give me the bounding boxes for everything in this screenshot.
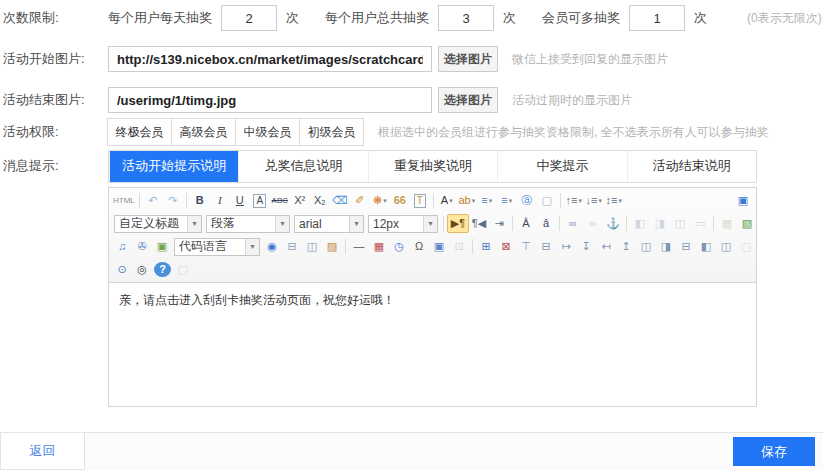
- code-language-select[interactable]: 代码语言▾: [174, 238, 260, 256]
- member-group-button[interactable]: 终极会员: [107, 118, 172, 146]
- limit-count-input[interactable]: [438, 5, 494, 31]
- end-image-url-input[interactable]: [108, 87, 432, 113]
- special-chars-icon[interactable]: Ω: [409, 237, 429, 256]
- word-image-icon[interactable]: ▣: [429, 237, 449, 256]
- delete-table-icon[interactable]: ⊠: [496, 237, 516, 256]
- chevron-down-icon: ▾: [349, 216, 363, 232]
- insert-image-icon[interactable]: ▧: [737, 214, 756, 233]
- end-image-row: 活动结束图片: 选择图片 活动过期时的显示图片: [3, 86, 823, 114]
- rtl-icon[interactable]: ¶◀: [469, 214, 489, 233]
- message-tab[interactable]: 中奖提示: [497, 151, 626, 182]
- paragraph-space-bottom-icon[interactable]: ↓≡▾: [584, 191, 604, 210]
- music-icon[interactable]: ♫: [112, 237, 132, 256]
- underline-icon[interactable]: U: [230, 191, 250, 210]
- permission-hint: 根据选中的会员组进行参与抽奖资格限制, 全不选表示所有人可以参与抽奖: [378, 124, 769, 141]
- format-painter-icon[interactable]: ✐: [350, 191, 370, 210]
- merge-right-icon[interactable]: ◨: [656, 237, 676, 256]
- member-group-button[interactable]: 初级会员: [299, 118, 364, 146]
- preview-icon[interactable]: ⊙: [112, 260, 132, 279]
- start-image-pick-button[interactable]: 选择图片: [438, 46, 498, 72]
- fullscreen-icon[interactable]: ▣: [733, 191, 753, 210]
- message-tab[interactable]: 重复抽奖说明: [368, 151, 497, 182]
- split-col-icon[interactable]: ◫: [716, 237, 736, 256]
- editor-toolbar-row: ♫✇▣代码语言▾◉⊟◫▨—▦◷Ω▣⊡⊞⊠⊤⊟↦↧↤↥◫◨⊟◧◫▢⎙: [109, 235, 756, 258]
- ordered-list-icon[interactable]: ≡▾: [477, 191, 497, 210]
- anchor-ref-icon[interactable]: ⓐ: [517, 191, 537, 210]
- toolbar-separator: [186, 193, 187, 208]
- horizontal-rule-icon[interactable]: —: [349, 237, 369, 256]
- paste-icon[interactable]: T: [410, 191, 430, 210]
- superscript-icon[interactable]: X²: [290, 191, 310, 210]
- editor-toolbar-row: 自定义标题▾段落▾arial▾12px▾▶¶¶◀⇥Ââ∞∞⚓◧◨◫▭▦▧☺✎▤: [109, 212, 756, 235]
- indent-icon[interactable]: ⇥: [489, 214, 509, 233]
- time-icon[interactable]: ◷: [389, 237, 409, 256]
- redo-icon[interactable]: ↷: [163, 191, 183, 210]
- background-icon[interactable]: ▨: [322, 237, 342, 256]
- merge-down-icon[interactable]: ⊟: [676, 237, 696, 256]
- eraser-icon[interactable]: ⌫: [330, 191, 350, 210]
- insert-table-icon[interactable]: ⊞: [476, 237, 496, 256]
- permission-row: 活动权限: 终极会员高级会员中级会员初级会员 根据选中的会员组进行参与抽奖资格限…: [3, 118, 823, 146]
- insert-row-icon[interactable]: ↦: [556, 237, 576, 256]
- delete-row-icon[interactable]: ↤: [596, 237, 616, 256]
- font-family-select[interactable]: arial▾: [294, 215, 364, 233]
- link-icon[interactable]: ∞: [563, 214, 583, 233]
- anchor-icon[interactable]: ⚓: [603, 214, 623, 233]
- limit-field-label: 每个用户总共抽奖: [325, 9, 429, 27]
- message-tab[interactable]: 活动结束说明: [627, 151, 756, 182]
- blank-doc-icon[interactable]: ▢: [537, 191, 557, 210]
- chevron-down-icon: ▾: [489, 197, 493, 205]
- start-image-url-input[interactable]: [108, 46, 432, 72]
- to-uppercase-icon[interactable]: Â: [516, 214, 536, 233]
- heading-style-select[interactable]: 自定义标题▾: [114, 215, 202, 233]
- bold-icon[interactable]: B: [190, 191, 210, 210]
- search-replace-icon[interactable]: ◎: [132, 260, 152, 279]
- editor-toolbar-row: ⊙◎?▢: [109, 258, 756, 281]
- paragraph-space-top-icon[interactable]: ↑≡▾: [564, 191, 584, 210]
- snapshot-icon[interactable]: ◉: [262, 237, 282, 256]
- font-size-select[interactable]: 12px▾: [368, 215, 438, 233]
- message-tab[interactable]: 活动开始提示说明: [109, 151, 238, 182]
- image-align-left-icon: ◧: [630, 214, 650, 233]
- strikethrough-icon[interactable]: ABC: [270, 191, 290, 210]
- merge-cells-icon[interactable]: ◫: [636, 237, 656, 256]
- message-tab[interactable]: 兑奖信息说明: [238, 151, 367, 182]
- member-group-button[interactable]: 中级会员: [235, 118, 300, 146]
- toolbar-separator: [345, 239, 346, 254]
- limits-label: 次数限制:: [3, 9, 108, 27]
- delete-col-icon[interactable]: ↥: [616, 237, 636, 256]
- blockquote-icon[interactable]: 66: [390, 191, 410, 210]
- table-title-icon[interactable]: ⊟: [536, 237, 556, 256]
- italic-icon[interactable]: I: [210, 191, 230, 210]
- end-image-pick-button[interactable]: 选择图片: [438, 87, 498, 113]
- paragraph-format-select[interactable]: 段落▾: [206, 215, 290, 233]
- editor-content[interactable]: 亲，请点击进入刮刮卡抽奖活动页面，祝您好运哦！: [109, 283, 756, 406]
- limit-field: 每个用户总共抽奖 次: [325, 5, 516, 31]
- font-color-icon[interactable]: A▾: [437, 191, 457, 210]
- date-icon[interactable]: ▦: [369, 237, 389, 256]
- highlight-color-icon[interactable]: ab▾: [457, 191, 477, 210]
- template-icon[interactable]: ◫: [302, 237, 322, 256]
- table-caption-icon[interactable]: ⊤: [516, 237, 536, 256]
- line-height-icon[interactable]: ↕≡▾: [604, 191, 624, 210]
- back-button[interactable]: 返回: [0, 433, 85, 470]
- to-lowercase-icon[interactable]: â: [536, 214, 556, 233]
- subscript-icon[interactable]: X₂: [310, 191, 330, 210]
- char-border-icon[interactable]: A: [250, 191, 270, 210]
- undo-icon[interactable]: ↶: [143, 191, 163, 210]
- pagebreak-icon[interactable]: ⊟: [282, 237, 302, 256]
- start-image-hint: 微信上接受到回复的显示图片: [512, 51, 668, 68]
- insert-frame-icon[interactable]: ▣: [152, 237, 172, 256]
- save-button[interactable]: 保存: [733, 437, 815, 466]
- limit-count-input[interactable]: [629, 5, 685, 31]
- insert-col-icon[interactable]: ↧: [576, 237, 596, 256]
- help-icon[interactable]: ?: [154, 262, 171, 277]
- limit-count-input[interactable]: [221, 5, 277, 31]
- member-group-button[interactable]: 高级会员: [171, 118, 236, 146]
- ltr-icon[interactable]: ▶¶: [447, 214, 469, 233]
- split-row-icon[interactable]: ◧: [696, 237, 716, 256]
- autotypeset-icon[interactable]: ❋▾: [370, 191, 390, 210]
- unordered-list-icon[interactable]: ≡▾: [497, 191, 517, 210]
- html-source-icon[interactable]: HTML: [112, 191, 136, 210]
- attachment-icon[interactable]: ✇: [132, 237, 152, 256]
